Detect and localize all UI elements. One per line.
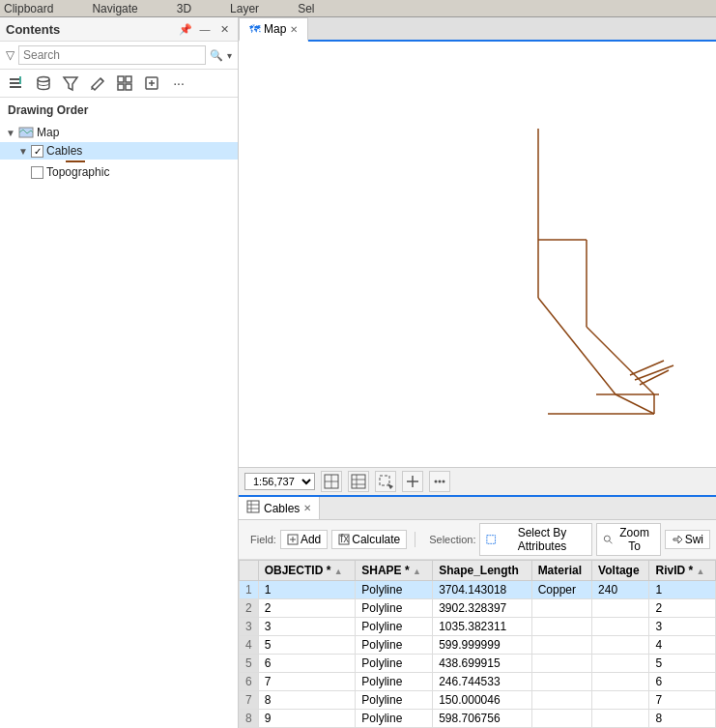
topographic-checkbox[interactable] xyxy=(31,166,43,179)
col-objectid-header[interactable]: OBJECTID * ▲ xyxy=(258,561,356,581)
zoom-to-button[interactable]: Zoom To xyxy=(596,523,661,556)
cell-voltage-3 xyxy=(592,618,649,636)
col-voltage-header[interactable]: Voltage xyxy=(592,561,649,581)
minimize-icon[interactable]: — xyxy=(197,21,213,37)
more-map-icon[interactable] xyxy=(429,471,450,492)
navigate-menu[interactable]: Navigate xyxy=(92,2,137,15)
table-row[interactable]: 7 8 Polyline 150.000046 7 xyxy=(240,691,716,710)
tree-expand-arrow[interactable]: ▼ xyxy=(6,128,15,138)
col-material-header[interactable]: Material xyxy=(531,561,591,581)
grid-lines-map-icon[interactable] xyxy=(321,471,342,492)
search-dropdown-icon[interactable]: ▾ xyxy=(227,50,232,61)
svg-point-4 xyxy=(38,77,49,82)
search-input-wrap[interactable] xyxy=(18,45,206,65)
table-row[interactable]: 4 5 Polyline 599.999999 4 xyxy=(240,636,716,655)
cell-material-5 xyxy=(531,655,591,673)
table-map-icon[interactable] xyxy=(348,471,369,492)
cell-rivid-2: 2 xyxy=(649,599,716,618)
select-by-attributes-button[interactable]: Select By Attributes xyxy=(479,523,592,556)
close-icon[interactable]: ✕ xyxy=(216,21,232,37)
calculate-label: Calculate xyxy=(352,533,400,546)
shape-sort[interactable]: ▲ xyxy=(413,567,421,576)
add-point-icon[interactable] xyxy=(402,471,423,492)
row-num-7: 7 xyxy=(240,691,259,710)
col-rivid-header[interactable]: RivID * ▲ xyxy=(649,561,716,581)
clipboard-menu[interactable]: Clipboard xyxy=(4,2,53,15)
contents-panel-header: Contents 📌 — ✕ xyxy=(0,17,238,42)
cables-attr-tab-close[interactable]: ✕ xyxy=(303,503,311,513)
col-shape-length-header[interactable]: Shape_Length xyxy=(433,561,531,581)
switch-button[interactable]: Swi xyxy=(665,530,710,549)
pencil-icon[interactable] xyxy=(87,73,108,94)
attr-table-toolbar: Field: Add fx Calculate Selection: Selec… xyxy=(239,520,716,560)
cell-rivid-5: 5 xyxy=(649,655,716,673)
filter-icon[interactable]: ▽ xyxy=(6,48,14,62)
map-label: Map xyxy=(37,126,59,139)
cell-voltage-5 xyxy=(592,655,649,673)
tree-item-topographic[interactable]: Topographic xyxy=(0,163,238,181)
3d-menu[interactable]: 3D xyxy=(177,2,191,15)
svg-point-39 xyxy=(439,480,442,483)
tree-item-cables[interactable]: ▼ ✓ Cables xyxy=(0,142,238,160)
map-tab-close[interactable]: ✕ xyxy=(290,24,298,35)
row-num-8: 8 xyxy=(240,710,259,728)
cell-material-3 xyxy=(531,618,591,636)
attribute-table-panel: Cables ✕ Field: Add fx Calculate Selecti… xyxy=(239,495,716,728)
select-by-attributes-label: Select By Attributes xyxy=(499,526,586,553)
search-icon[interactable]: 🔍 xyxy=(210,49,223,62)
objectid-sort[interactable]: ▲ xyxy=(334,567,343,576)
cables-attr-tab-label: Cables xyxy=(264,502,300,515)
add-layer-icon[interactable] xyxy=(6,73,27,94)
database-icon[interactable] xyxy=(33,73,54,94)
search-bar: ▽ 🔍 ▾ xyxy=(0,42,238,70)
cell-objectid-2: 2 xyxy=(258,599,356,618)
svg-rect-30 xyxy=(352,475,365,488)
cell-rivid-7: 7 xyxy=(649,691,716,710)
scale-select[interactable]: 1:56,737 xyxy=(244,473,315,490)
col-arrow-header xyxy=(240,561,259,581)
pin-icon[interactable]: 📌 xyxy=(178,21,193,37)
select-map-icon[interactable] xyxy=(375,471,396,492)
table-row[interactable]: 2 2 Polyline 3902.328397 2 xyxy=(240,599,716,618)
cell-shape-length-7: 150.000046 xyxy=(433,691,531,710)
cell-voltage-8 xyxy=(592,710,649,728)
tree-expand-arrow-cables[interactable]: ▼ xyxy=(18,146,28,157)
cell-rivid-4: 4 xyxy=(649,636,716,655)
cables-attr-tab[interactable]: Cables ✕ xyxy=(239,497,320,519)
cell-material-4 xyxy=(531,636,591,655)
calculate-button[interactable]: fx Calculate xyxy=(331,530,407,549)
attribute-table-wrap[interactable]: OBJECTID * ▲ SHAPE * ▲ Shape_Length Mate… xyxy=(239,560,716,728)
grid-view-icon[interactable] xyxy=(114,73,135,94)
search-input[interactable] xyxy=(23,48,201,62)
row-num-2: 2 xyxy=(240,599,259,618)
rivid-sort[interactable]: ▲ xyxy=(697,567,705,576)
cell-rivid-3: 3 xyxy=(649,618,716,636)
sel-menu[interactable]: Sel xyxy=(298,2,314,15)
more-options-icon[interactable]: ··· xyxy=(168,73,189,94)
col-shape-header[interactable]: SHAPE * ▲ xyxy=(356,561,433,581)
map-layer-icon xyxy=(18,125,34,140)
add-field-button[interactable]: Add xyxy=(280,530,328,549)
cables-checkbox[interactable]: ✓ xyxy=(31,145,43,158)
cell-objectid-6: 7 xyxy=(258,673,356,691)
add-field-label: Add xyxy=(301,533,321,546)
cell-voltage-2 xyxy=(592,599,649,618)
cell-rivid-1: 1 xyxy=(649,581,716,599)
map-svg xyxy=(239,42,716,467)
map-tab[interactable]: 🗺 Map ✕ xyxy=(239,17,308,42)
cell-voltage-1: 240 xyxy=(592,581,649,599)
table-row[interactable]: 8 9 Polyline 598.706756 8 xyxy=(240,710,716,728)
layer-menu[interactable]: Layer xyxy=(230,2,259,15)
attr-table-tab-bar: Cables ✕ xyxy=(239,497,716,520)
table-row[interactable]: 3 3 Polyline 1035.382311 3 xyxy=(240,618,716,636)
svg-rect-50 xyxy=(487,536,496,544)
tree-item-map[interactable]: ▼ Map xyxy=(0,123,238,142)
cell-shape-1: Polyline xyxy=(356,581,433,599)
table-row[interactable]: 5 6 Polyline 438.699915 5 xyxy=(240,655,716,673)
edit-icon[interactable] xyxy=(141,73,162,94)
table-row[interactable]: 1 1 Polyline 3704.143018 Copper 240 1 xyxy=(240,581,716,599)
filter-layer-icon[interactable] xyxy=(60,73,81,94)
map-canvas[interactable] xyxy=(239,42,716,467)
table-row[interactable]: 6 7 Polyline 246.744533 6 xyxy=(240,673,716,691)
cell-shape-5: Polyline xyxy=(356,655,433,673)
